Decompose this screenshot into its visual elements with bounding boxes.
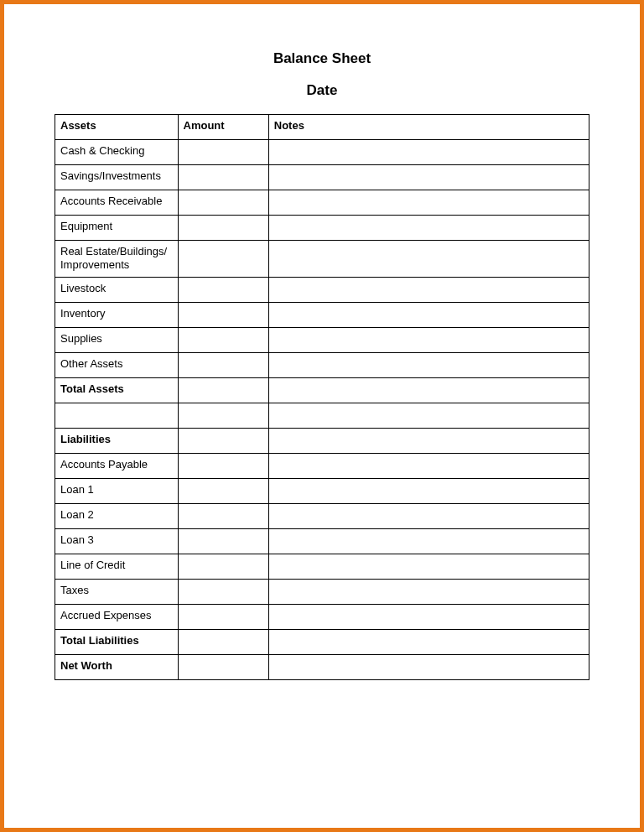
row-amount (178, 327, 268, 352)
header-notes: Notes (268, 115, 589, 140)
row-label: Inventory (55, 302, 179, 327)
row-amount (178, 216, 268, 241)
row-amount (178, 352, 268, 377)
table-row: Supplies (55, 327, 589, 352)
row-notes (268, 216, 589, 241)
row-label: Total Liabilities (55, 629, 179, 654)
row-label: Liabilities (55, 428, 179, 453)
table-row: Inventory (55, 302, 589, 327)
table-header-row: Assets Amount Notes (55, 115, 589, 140)
row-notes (268, 190, 589, 216)
row-label: Livestock (55, 277, 179, 302)
row-amount (178, 241, 268, 278)
table-row: Livestock (55, 277, 589, 302)
row-amount (178, 654, 268, 679)
row-notes (268, 327, 589, 352)
row-label: Accounts Payable (55, 453, 179, 478)
row-label: Accounts Receivable (55, 190, 179, 216)
row-amount (178, 403, 268, 428)
row-amount (178, 629, 268, 654)
row-notes (268, 654, 589, 679)
table-row: Liabilities (55, 428, 589, 453)
balance-sheet-table: Assets Amount Notes Cash & CheckingSavin… (55, 114, 589, 680)
page-title: Balance Sheet (55, 50, 589, 67)
table-row: Accounts Payable (55, 453, 589, 478)
row-notes (268, 352, 589, 377)
row-label: Cash & Checking (55, 140, 179, 165)
row-amount (178, 528, 268, 554)
table-row: Loan 1 (55, 478, 589, 503)
row-notes (268, 140, 589, 165)
row-notes (268, 554, 589, 579)
row-label: Real Estate/Buildings/Improvements (55, 241, 179, 278)
row-amount (178, 277, 268, 302)
table-row: Loan 2 (55, 503, 589, 528)
row-amount (178, 478, 268, 503)
table-row (55, 403, 589, 428)
row-notes (268, 503, 589, 528)
row-label: Savings/Investments (55, 165, 179, 190)
row-notes (268, 579, 589, 604)
row-amount (178, 302, 268, 327)
row-notes (268, 604, 589, 629)
row-notes (268, 377, 589, 403)
row-label: Equipment (55, 216, 179, 241)
row-notes (268, 277, 589, 302)
table-row: Savings/Investments (55, 165, 589, 190)
row-notes (268, 241, 589, 278)
row-amount (178, 190, 268, 216)
row-amount (178, 503, 268, 528)
row-notes (268, 528, 589, 554)
table-row: Cash & Checking (55, 140, 589, 165)
row-amount (178, 554, 268, 579)
table-row: Loan 3 (55, 528, 589, 554)
row-notes (268, 302, 589, 327)
row-amount (178, 165, 268, 190)
header-amount: Amount (178, 115, 268, 140)
page-subtitle: Date (55, 82, 589, 99)
row-label: Other Assets (55, 352, 179, 377)
row-amount (178, 604, 268, 629)
row-notes (268, 428, 589, 453)
table-row: Taxes (55, 579, 589, 604)
row-label: Total Assets (55, 377, 179, 403)
table-row: Accounts Receivable (55, 190, 589, 216)
table-row: Total Liabilities (55, 629, 589, 654)
row-notes (268, 403, 589, 428)
row-label (55, 403, 179, 428)
row-amount (178, 428, 268, 453)
document-page: Balance Sheet Date Assets Amount Notes C… (0, 0, 644, 832)
table-row: Total Assets (55, 377, 589, 403)
row-label: Line of Credit (55, 554, 179, 579)
table-row: Equipment (55, 216, 589, 241)
row-label: Loan 2 (55, 503, 179, 528)
row-notes (268, 629, 589, 654)
table-row: Line of Credit (55, 554, 589, 579)
row-notes (268, 478, 589, 503)
row-label: Loan 3 (55, 528, 179, 554)
row-label: Accrued Expenses (55, 604, 179, 629)
header-assets: Assets (55, 115, 179, 140)
row-amount (178, 453, 268, 478)
table-row: Net Worth (55, 654, 589, 679)
table-row: Accrued Expenses (55, 604, 589, 629)
row-amount (178, 579, 268, 604)
table-row: Real Estate/Buildings/Improvements (55, 241, 589, 278)
row-label: Net Worth (55, 654, 179, 679)
row-notes (268, 453, 589, 478)
row-label: Supplies (55, 327, 179, 352)
row-amount (178, 377, 268, 403)
row-notes (268, 165, 589, 190)
row-label: Taxes (55, 579, 179, 604)
row-amount (178, 140, 268, 165)
table-row: Other Assets (55, 352, 589, 377)
row-label: Loan 1 (55, 478, 179, 503)
